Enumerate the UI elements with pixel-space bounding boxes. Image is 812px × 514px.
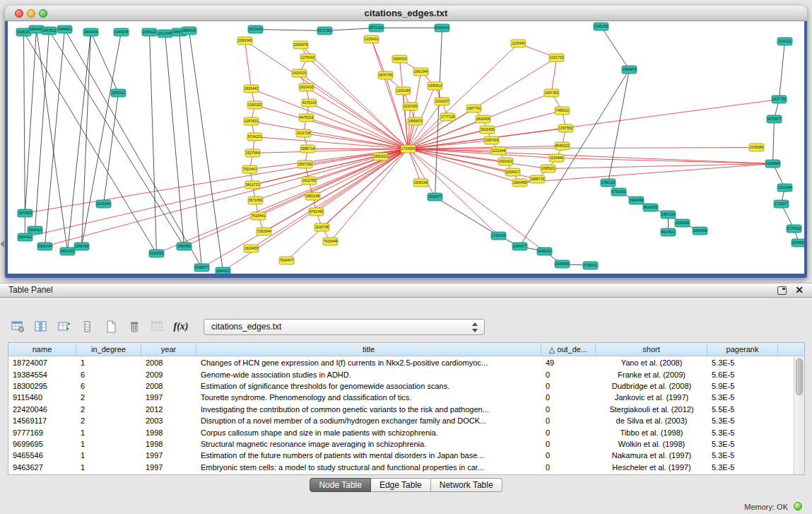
table-cell[interactable]: Tibbo et al. (1998) bbox=[596, 428, 707, 437]
table-row[interactable]: 977716911998Corpus callosum shape and si… bbox=[8, 426, 794, 438]
table-cell[interactable]: Yano et al. (2008) bbox=[596, 358, 707, 367]
float-panel-button[interactable] bbox=[777, 286, 787, 295]
table-row[interactable]: 1456911722003Disruption of a novel membe… bbox=[8, 415, 794, 426]
column-header-year[interactable]: year bbox=[141, 343, 196, 356]
table-cell[interactable]: 5.3E-5 bbox=[707, 358, 778, 367]
table-cell[interactable]: Structural magnetic resonance image aver… bbox=[196, 440, 541, 448]
graph-edge[interactable] bbox=[245, 41, 408, 149]
table-row[interactable]: 969969511998Structural magnetic resonanc… bbox=[8, 438, 794, 450]
graph-edge[interactable] bbox=[45, 149, 408, 247]
table-cell[interactable]: Disruption of a novel member of a sodium… bbox=[196, 416, 541, 425]
table-cell[interactable]: 19384554 bbox=[8, 370, 76, 379]
table-cell[interactable]: 9777169 bbox=[8, 428, 76, 437]
network-canvas[interactable]: 1724054226004522608781275410142001518104… bbox=[8, 21, 804, 274]
graph-edge[interactable] bbox=[435, 197, 499, 236]
table-cell[interactable]: 1998 bbox=[141, 440, 196, 448]
row-height-icon[interactable] bbox=[78, 318, 97, 335]
graph-edge[interactable] bbox=[304, 134, 408, 149]
table-cell[interactable]: 5.9E-5 bbox=[707, 382, 778, 390]
table-cell[interactable]: 0 bbox=[541, 382, 596, 390]
table-cell[interactable]: 1998 bbox=[141, 428, 196, 437]
table-cell[interactable]: 5.5E-5 bbox=[707, 405, 778, 414]
table-cell[interactable]: 2008 bbox=[141, 382, 196, 390]
delete-row-icon[interactable] bbox=[125, 318, 143, 335]
table-cell[interactable]: 22420046 bbox=[8, 405, 76, 414]
table-cell[interactable]: 1997 bbox=[141, 463, 196, 472]
graph-edge[interactable] bbox=[310, 103, 408, 149]
graph-svg[interactable]: 1724054226004522608781275410142001518104… bbox=[8, 21, 804, 274]
table-cell[interactable]: Hescheler et al. (1997) bbox=[596, 463, 707, 472]
table-cell[interactable]: 1997 bbox=[141, 393, 196, 402]
table-selector-dropdown[interactable]: citations_edges.txt bbox=[204, 319, 485, 335]
new-row-icon[interactable] bbox=[102, 318, 120, 335]
table-cell[interactable]: 0 bbox=[541, 393, 596, 402]
table-cell[interactable]: Changes of HCN gene expression and I(f) … bbox=[196, 358, 541, 367]
column-header-name[interactable]: name bbox=[8, 343, 76, 356]
graph-edge[interactable] bbox=[773, 119, 775, 164]
table-cell[interactable]: 6 bbox=[76, 382, 141, 390]
graph-edge[interactable] bbox=[45, 30, 65, 247]
west-panel-collapse-arrow[interactable] bbox=[0, 240, 4, 247]
table-cell[interactable]: 1 bbox=[76, 358, 141, 367]
add-column-icon[interactable] bbox=[55, 318, 73, 335]
table-cell[interactable]: 1 bbox=[76, 463, 141, 472]
table-cell[interactable]: 9463627 bbox=[8, 463, 76, 472]
table-row[interactable]: 911546021997Tourette syndrome. Phenomeno… bbox=[8, 392, 794, 403]
table-cell[interactable]: 5.3E-5 bbox=[707, 416, 778, 425]
graph-edge[interactable] bbox=[68, 33, 91, 252]
graph-edge[interactable] bbox=[25, 30, 37, 214]
column-header-title[interactable]: title bbox=[196, 343, 541, 356]
table-cell[interactable]: 2 bbox=[76, 393, 141, 402]
graph-edge[interactable] bbox=[24, 33, 157, 254]
graph-edge[interactable] bbox=[557, 158, 773, 164]
show-columns-icon[interactable] bbox=[32, 318, 50, 335]
table-row[interactable]: 2242004622012Investigating the contribut… bbox=[8, 404, 794, 415]
table-cell[interactable]: 9115460 bbox=[8, 393, 76, 402]
graph-edge[interactable] bbox=[189, 31, 223, 271]
table-cell[interactable]: Dudbridge et al. (2008) bbox=[596, 382, 707, 390]
table-cell[interactable]: Investigating the contribution of common… bbox=[196, 405, 541, 414]
graph-edge[interactable] bbox=[49, 31, 184, 247]
table-cell[interactable]: 2009 bbox=[141, 370, 196, 379]
graph-edge[interactable] bbox=[245, 41, 252, 89]
table-cell[interactable]: 2012 bbox=[141, 405, 196, 414]
graph-edge[interactable] bbox=[408, 44, 519, 149]
graph-edge[interactable] bbox=[255, 137, 408, 149]
table-cell[interactable]: 0 bbox=[541, 405, 596, 414]
graph-edge[interactable] bbox=[25, 149, 408, 214]
tab-network-table[interactable]: Network Table bbox=[431, 478, 502, 492]
tab-node-table[interactable]: Node Table bbox=[310, 478, 371, 492]
table-row[interactable]: 1830029562008Estimation of significance … bbox=[8, 380, 794, 392]
table-cell[interactable]: 0 bbox=[541, 416, 596, 425]
table-cell[interactable]: Jankovic et al. (1997) bbox=[596, 393, 707, 402]
graph-edge[interactable] bbox=[91, 33, 119, 93]
table-cell[interactable]: 18724007 bbox=[8, 358, 76, 367]
graph-edge[interactable] bbox=[65, 30, 202, 268]
table-cell[interactable]: 1 bbox=[76, 440, 141, 448]
graph-edge[interactable] bbox=[35, 31, 49, 230]
graph-edge[interactable] bbox=[256, 30, 325, 31]
table-cell[interactable]: 5.3E-5 bbox=[707, 451, 778, 460]
vertical-scrollbar[interactable] bbox=[794, 357, 804, 474]
table-cell[interactable]: 9699695 bbox=[8, 440, 76, 448]
table-cell[interactable]: Estimation of significance thresholds fo… bbox=[196, 382, 541, 390]
import-table-icon[interactable] bbox=[148, 318, 167, 335]
table-cell[interactable]: 6 bbox=[76, 370, 141, 379]
graph-edge[interactable] bbox=[331, 149, 408, 242]
table-cell[interactable]: Wolkin et al. (1998) bbox=[596, 440, 707, 448]
graph-edge[interactable] bbox=[300, 74, 408, 149]
table-row[interactable]: 1872400712008Changes of HCN gene express… bbox=[8, 357, 794, 368]
panel-close-button[interactable]: ✕ bbox=[795, 284, 804, 296]
function-builder-icon[interactable]: f(x) bbox=[172, 318, 190, 335]
table-cell[interactable]: 0 bbox=[541, 428, 596, 437]
table-row[interactable]: 946362711997Embryonic stem cells: a mode… bbox=[8, 462, 794, 473]
graph-edge[interactable] bbox=[325, 28, 377, 31]
graph-edge[interactable] bbox=[372, 40, 386, 76]
graph-edge[interactable] bbox=[24, 33, 25, 238]
table-cell[interactable]: 5.3E-5 bbox=[707, 428, 778, 437]
table-cell[interactable]: de Silva et al. (2003) bbox=[596, 416, 707, 425]
table-cell[interactable]: 2003 bbox=[141, 416, 196, 425]
table-cell[interactable]: Embryonic stem cells: a model to study s… bbox=[196, 463, 541, 472]
table-cell[interactable]: 9465546 bbox=[8, 451, 76, 460]
graph-edge[interactable] bbox=[165, 34, 184, 247]
